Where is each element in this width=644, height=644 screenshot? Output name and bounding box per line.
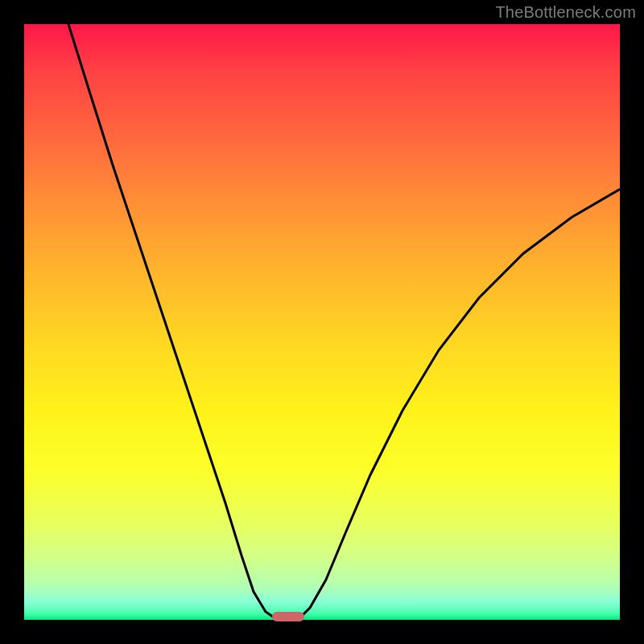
bottleneck-curve — [24, 24, 620, 620]
chart-frame: TheBottleneck.com — [0, 0, 644, 644]
curve-left-branch — [68, 24, 275, 618]
watermark-text: TheBottleneck.com — [495, 3, 636, 22]
curve-right-branch — [299, 189, 620, 618]
minimum-marker — [272, 612, 304, 621]
